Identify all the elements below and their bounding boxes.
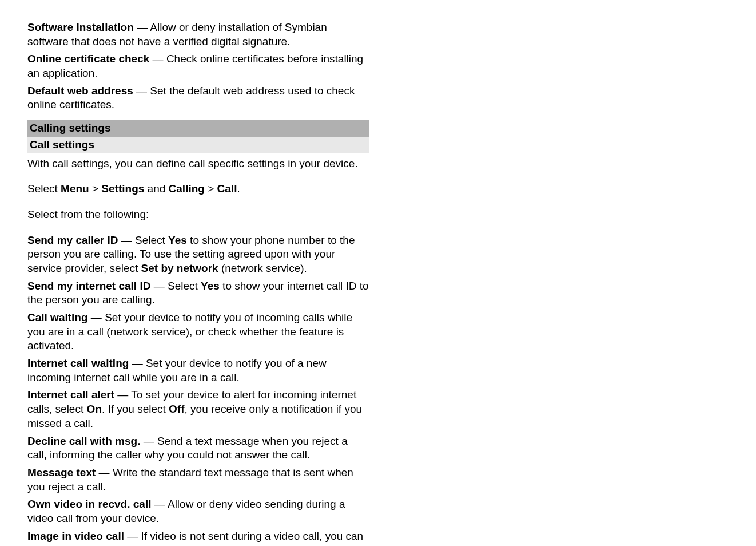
text: . If you select: [102, 403, 169, 415]
title: Message text: [27, 466, 96, 478]
end: .: [237, 183, 240, 195]
page-content: Software installation — Allow or deny in…: [27, 21, 729, 546]
and: and: [144, 183, 168, 195]
title: Send my caller ID: [27, 234, 118, 246]
settings-label: Settings: [101, 183, 144, 195]
para-send-internet-id: Send my internet call ID — Select Yes to…: [27, 279, 369, 307]
para-send-caller-id: Send my caller ID — Select Yes to show y…: [27, 234, 369, 276]
text: (network service).: [218, 262, 307, 274]
sep: >: [205, 183, 217, 195]
title: Own video in recvd. call: [27, 498, 151, 510]
call-label: Call: [217, 183, 237, 195]
para-call-waiting: Call waiting — Set your device to notify…: [27, 311, 369, 353]
spacer: [27, 225, 369, 234]
title: Decline call with msg.: [27, 435, 140, 447]
text: Select: [27, 183, 61, 195]
para-software-installation: Software installation — Allow or deny in…: [27, 21, 369, 49]
title: Send my internet call ID: [27, 280, 150, 292]
para-internet-call-waiting: Internet call waiting — Set your device …: [27, 357, 369, 385]
para-select-path: Select Menu > Settings and Calling > Cal…: [27, 182, 369, 196]
title: Internet call alert: [27, 389, 114, 401]
para-message-text: Message text — Write the standard text m…: [27, 466, 369, 494]
para-select-from: Select from the following:: [27, 208, 369, 222]
heading-calling-settings: Calling settings: [27, 120, 369, 137]
text: — Select: [118, 234, 168, 246]
para-own-video: Own video in recvd. call — Allow or deny…: [27, 497, 369, 525]
para-internet-call-alert: Internet call alert — To set your device…: [27, 388, 369, 430]
calling-label: Calling: [169, 183, 205, 195]
set-by-network-label: Set by network: [141, 262, 218, 274]
para-online-cert: Online certificate check — Check online …: [27, 52, 369, 80]
spacer: [27, 174, 369, 182]
title: Image in video call: [27, 530, 124, 542]
para-image-video: Image in video call — If video is not se…: [27, 529, 369, 546]
title: Online certificate check: [27, 53, 149, 65]
text: — Select: [150, 280, 201, 292]
spacer: [27, 200, 369, 208]
para-call-settings-intro: With call settings, you can define call …: [27, 157, 369, 171]
on-label: On: [86, 403, 101, 415]
title: Software installation: [27, 21, 134, 33]
title: Default web address: [27, 85, 133, 97]
title: Call waiting: [27, 311, 88, 323]
off-label: Off: [169, 403, 184, 415]
sep: >: [89, 183, 102, 195]
menu-label: Menu: [61, 183, 89, 195]
para-default-web: Default web address — Set the default we…: [27, 84, 369, 112]
subheading-call-settings: Call settings: [27, 137, 369, 153]
para-decline-msg: Decline call with msg. — Send a text mes…: [27, 434, 369, 462]
yes-label: Yes: [168, 234, 187, 246]
yes-label: Yes: [201, 280, 220, 292]
title: Internet call waiting: [27, 357, 129, 369]
